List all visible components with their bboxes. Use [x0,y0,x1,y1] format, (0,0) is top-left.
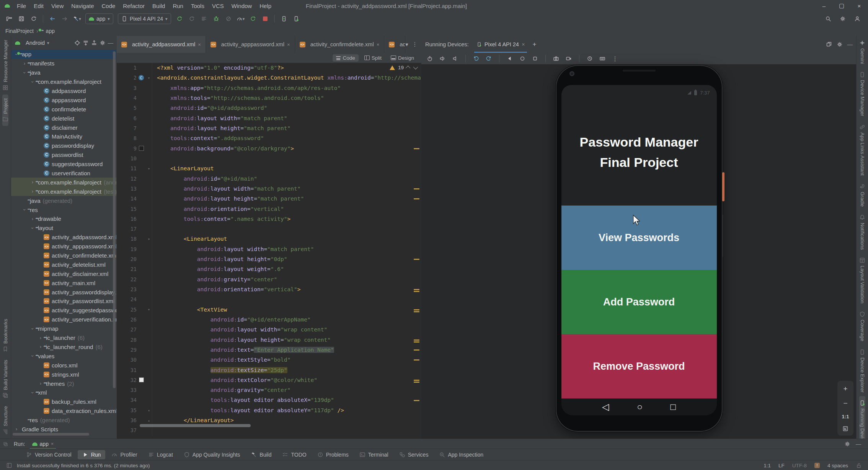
tree-item-mainactivity[interactable]: CMainActivity [11,132,116,141]
breadcrumb-module[interactable]: app [46,28,55,34]
run-settings-icon[interactable] [844,441,850,447]
fold-marker[interactable] [146,113,152,123]
tree-item-manifests[interactable]: ›manifests [11,59,116,68]
menu-window[interactable]: Window [228,3,256,9]
fold-marker[interactable] [146,224,152,234]
tree-arrow-icon[interactable]: › [38,344,44,349]
fold-marker[interactable] [146,194,152,204]
sidebar-item-gemini[interactable]: Gemini [859,36,865,68]
rotate-right-button[interactable] [484,54,493,63]
fold-marker[interactable] [146,204,152,214]
power-button[interactable] [425,54,434,63]
fold-marker[interactable] [146,83,152,93]
back-button[interactable] [505,54,514,63]
tree-item-java[interactable]: ›java [11,68,116,77]
fold-marker[interactable] [146,315,152,325]
warning-stripe-mark[interactable] [414,309,419,310]
debug-button[interactable] [211,14,222,24]
tree-item-com-example-finalproject-androidtest[interactable]: ›com.example.finalproject(androidTest) [11,178,116,187]
tool-window-button-logcat[interactable]: Logcat [144,450,178,459]
menu-view[interactable]: View [47,3,67,9]
sidebar-item-app-links-assistant[interactable]: App Links Assistant [859,120,865,180]
menu-file[interactable]: File [13,3,30,9]
tool-window-button-app-quality-insights[interactable]: App Quality Insights [179,450,245,459]
notification-indicator-icon[interactable]: ! [814,463,820,468]
tree-arrow-icon[interactable]: › [13,426,20,432]
zoom-in-button[interactable]: + [843,385,847,393]
mode-design[interactable]: Design [387,54,418,62]
menu-edit[interactable]: Edit [30,3,47,9]
tree-item-activity-addpassword-xml[interactable]: <>activity_addpassword.xml [11,233,116,242]
sidebar-item-gradle[interactable]: Gradle [859,180,865,211]
warning-stripe-mark[interactable] [414,259,419,260]
fold-marker[interactable] [146,254,152,264]
editor-tab-activity-addpassword-xml[interactable]: <>activity_addpassword.xml× [117,36,206,53]
save-all-button[interactable] [16,14,27,24]
tree-item-activity-suggestedpassword-xml[interactable]: <>activity_suggestedpassword.xml [11,306,116,315]
tree-item-gradle-scripts[interactable]: ›Gradle Scripts [11,425,116,434]
tool-window-button-problems[interactable]: Problems [313,450,353,459]
tree-item-activity-passwordlist-xml[interactable]: <>activity_passwordlist.xml [11,297,116,306]
hidden-tabs-icon[interactable]: ▾ [405,41,408,47]
tree-item-java-generated[interactable]: java(generated) [11,196,116,205]
tool-window-button-version-control[interactable]: Version Control [21,450,76,459]
zoom-out-button[interactable]: − [843,399,847,408]
search-everywhere-button[interactable] [823,14,834,24]
window-layout-icon[interactable] [6,462,12,468]
locate-file-icon[interactable] [74,40,80,46]
tree-item-backup-rules-xml[interactable]: <>backup_rules.xml [11,397,116,406]
profiler-button[interactable]: ▾ [235,14,246,24]
indent-setting[interactable]: 4 spaces [827,463,848,468]
tree-arrow-icon[interactable]: › [29,353,36,359]
tree-item-activity-passworddisplay-xml[interactable]: <>activity_passworddisplay.xml [11,287,116,297]
fold-marker[interactable] [146,264,152,274]
fold-marker[interactable] [146,274,152,284]
apply-code-changes-button[interactable] [199,14,209,24]
tree-item-ic-launcher-round-6[interactable]: ›ic_launcher_round(6) [11,343,116,352]
sidebar-item-running-devices[interactable]: Running Devices [859,396,865,439]
tree-item-themes-2[interactable]: ›themes(2) [11,379,116,388]
devices-settings-icon[interactable] [837,41,843,47]
tree-item-confirmdelete[interactable]: Cconfirmdelete [11,104,116,114]
tree-item-res-generated[interactable]: res(generated) [11,416,116,425]
warning-stripe-mark[interactable] [414,400,419,401]
fold-marker[interactable] [146,133,152,143]
device-manager-button[interactable] [291,14,302,24]
overview-button[interactable] [530,54,540,63]
close-tab-icon[interactable]: × [287,42,290,47]
fold-marker[interactable] [146,93,152,103]
tree-item-activity-apppassword-xml[interactable]: <>activity_apppassword.xml [11,242,116,251]
open-button[interactable] [4,14,15,24]
breadcrumb-project[interactable]: FinalProject [5,28,34,34]
tree-item-activity-confirmdelete-xml[interactable]: <>activity_confirmdelete.xml [11,251,116,260]
prev-warning-icon[interactable] [406,66,411,71]
fold-marker[interactable]: ▾ [146,73,152,83]
device-selector[interactable]: Pixel 4 API 24▾ [118,13,171,24]
tree-item-xml[interactable]: ›xml [11,388,116,397]
app-selector[interactable]: app▾ [85,13,113,24]
warning-stripe-mark[interactable] [414,359,419,361]
lock-icon[interactable] [856,462,862,468]
menu-code[interactable]: Code [98,3,119,9]
tree-arrow-icon[interactable]: › [29,189,36,194]
warning-stripe-mark[interactable] [414,339,419,341]
project-view-selector[interactable]: Android [26,40,45,46]
code-editor[interactable]: 1<?xml version="1.0" encoding="utf-8"?>2… [117,63,421,439]
back-button[interactable] [47,14,58,24]
editor-tab-activity-apppassword-xml[interactable]: <>activity_apppassword.xml× [206,36,295,53]
device-tab[interactable]: Pixel 4 API 24 × [473,36,529,53]
fold-marker[interactable] [146,365,152,375]
close-run-tab-icon[interactable]: × [51,441,54,447]
tree-arrow-icon[interactable]: › [21,70,28,75]
close-tab-icon[interactable]: × [198,42,201,47]
minimize-button[interactable]: – [815,0,833,11]
tree-item-activity-main-xml[interactable]: <>activity_main.xml [11,278,116,287]
nav-home-button[interactable]: ○ [637,401,643,412]
sidebar-item-device-manager[interactable]: Device Manager [859,68,865,120]
tree-arrow-icon[interactable]: › [29,390,36,395]
tree-item-activity-userverification-xml[interactable]: <>activity_userverification.xml [11,315,116,324]
run-tab-app[interactable]: app × [29,439,57,449]
sidebar-item-bookmarks[interactable]: Bookmarks [2,315,8,356]
panel-settings-icon[interactable] [100,40,106,46]
status-message[interactable]: Install successfully finished in 6 s 376… [17,463,150,468]
